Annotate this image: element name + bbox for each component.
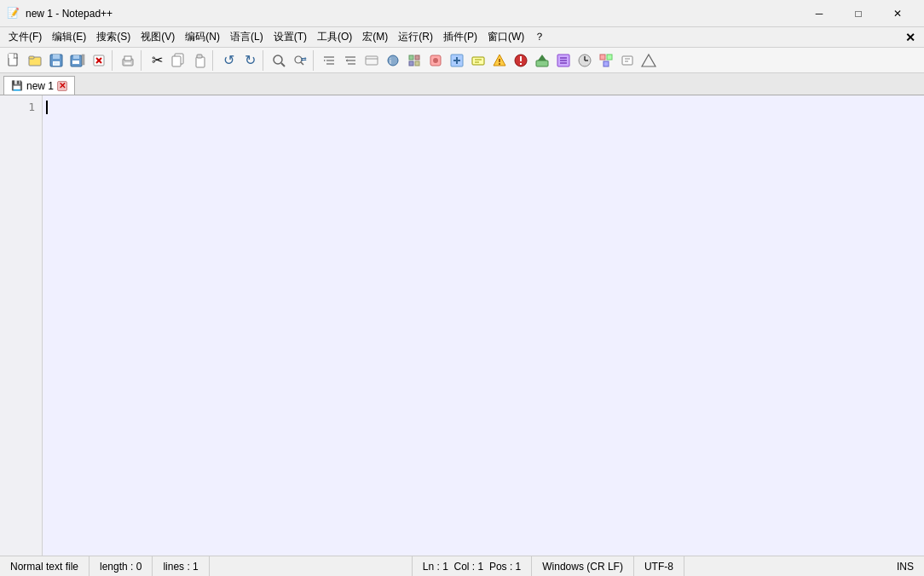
svg-rect-17 (124, 62, 131, 65)
length-label: length : 0 (100, 561, 141, 573)
filetype-label: Normal text file (10, 561, 78, 573)
menu-edit[interactable]: 编辑(E) (47, 28, 91, 46)
menu-language[interactable]: 语言(L) (225, 28, 269, 46)
paste-button[interactable] (189, 50, 210, 71)
tb-generic-14[interactable] (638, 50, 659, 71)
svg-rect-33 (366, 56, 378, 65)
menu-bar: 文件(F) 编辑(E) 搜索(S) 视图(V) 编码(N) 语言(L) 设置(T… (0, 27, 924, 48)
tab-new1[interactable]: 💾 new 1 ✕ (3, 76, 75, 95)
menu-help[interactable]: ？ (529, 28, 550, 46)
redo-button[interactable]: ↻ (240, 50, 260, 71)
toolbar: ✂ ↺ ↻ ⇄ i (0, 48, 924, 73)
svg-rect-1 (9, 54, 14, 58)
editor-area: 1 (0, 95, 924, 556)
svg-point-51 (499, 63, 500, 65)
close-button-tb[interactable] (89, 50, 109, 71)
indent-button[interactable] (319, 50, 339, 71)
tb-generic-13[interactable] (617, 50, 638, 71)
tb-generic-11[interactable] (575, 50, 595, 71)
toolbar-sep-4 (263, 50, 266, 71)
pos-label: Pos : 1 (489, 561, 521, 573)
svg-marker-70 (642, 55, 655, 66)
svg-rect-67 (622, 56, 632, 65)
svg-rect-66 (603, 61, 609, 66)
menu-search[interactable]: 搜索(S) (91, 28, 136, 46)
svg-rect-40 (415, 61, 419, 66)
cursor-line (46, 99, 921, 116)
svg-rect-64 (600, 55, 605, 60)
tab-label: new 1 (26, 80, 54, 92)
col-label: Col : 1 (454, 561, 484, 573)
tab-bar: 💾 new 1 ✕ (0, 73, 924, 95)
menu-window[interactable]: 窗口(W) (482, 28, 529, 46)
undo-button[interactable]: ↺ (218, 50, 239, 71)
menu-encoding[interactable]: 编码(N) (180, 28, 225, 46)
status-bar: Normal text file length : 0 lines : 1 Ln… (0, 556, 924, 576)
print-button[interactable] (118, 50, 138, 71)
svg-rect-3 (29, 56, 34, 59)
minimize-button[interactable]: ─ (800, 0, 839, 27)
svg-rect-7 (54, 62, 59, 65)
outdent-button[interactable] (340, 50, 361, 71)
menu-run[interactable]: 运行(R) (393, 28, 438, 46)
replace-button[interactable]: ⇄ (290, 50, 310, 71)
tb-generic-12[interactable] (596, 50, 616, 71)
tb-generic-3[interactable] (404, 50, 424, 71)
svg-rect-11 (82, 55, 84, 65)
tb-generic-9[interactable] (532, 50, 552, 71)
find-button[interactable] (269, 50, 289, 71)
save-button[interactable] (46, 50, 66, 71)
menu-view[interactable]: 视图(V) (136, 28, 180, 46)
svg-rect-9 (73, 55, 79, 59)
toolbar-sep-5 (313, 50, 316, 71)
svg-rect-21 (197, 55, 202, 58)
line-number-1: 1 (0, 99, 42, 116)
svg-rect-16 (124, 56, 131, 60)
tb-generic-4[interactable] (425, 50, 446, 71)
ln-label: Ln : 1 (423, 561, 448, 573)
editor-content[interactable] (43, 95, 924, 556)
lines-label: lines : 1 (163, 561, 198, 573)
tb-generic-1[interactable] (361, 50, 382, 71)
line-numbers: 1 (0, 95, 43, 556)
eol-label: Windows (CR LF) (542, 561, 623, 573)
close-button[interactable]: ✕ (878, 0, 917, 27)
menu-file[interactable]: 文件(F) (3, 28, 47, 46)
svg-rect-19 (172, 56, 181, 66)
svg-rect-38 (415, 55, 419, 60)
svg-rect-39 (409, 61, 413, 66)
menu-settings[interactable]: 设置(T) (269, 28, 312, 46)
menu-tools[interactable]: 工具(O) (312, 28, 357, 46)
copy-button[interactable] (168, 50, 188, 71)
status-encoding: UTF-8 (634, 556, 684, 576)
title-bar: 📝 new 1 - Notepad++ ─ □ ✕ (0, 0, 924, 27)
tb-generic-10[interactable] (553, 50, 574, 71)
save-all-button[interactable] (67, 50, 88, 71)
cut-button[interactable]: ✂ (147, 50, 167, 71)
svg-rect-5 (53, 55, 60, 59)
tab-save-icon: 💾 (11, 80, 23, 91)
status-length: length : 0 (90, 556, 153, 576)
open-file-button[interactable] (25, 50, 45, 71)
tb-generic-2[interactable]: i (383, 50, 403, 71)
maximize-button[interactable]: □ (839, 0, 878, 27)
status-ins: INS (886, 556, 924, 576)
new-file-button[interactable] (3, 50, 24, 71)
svg-rect-10 (72, 60, 79, 64)
svg-rect-37 (409, 55, 413, 60)
menu-plugins[interactable]: 插件(P) (438, 28, 482, 46)
window-controls: ─ □ ✕ (800, 0, 917, 27)
app-icon: 📝 (7, 7, 20, 20)
tab-close-button[interactable]: ✕ (57, 81, 67, 91)
status-eol: Windows (CR LF) (532, 556, 634, 576)
tb-generic-5[interactable] (447, 50, 467, 71)
tb-generic-6[interactable] (468, 50, 488, 71)
svg-rect-20 (196, 57, 205, 67)
svg-rect-53 (520, 56, 522, 61)
svg-rect-65 (607, 55, 612, 60)
tb-generic-8[interactable] (511, 50, 531, 71)
menu-macro[interactable]: 宏(M) (357, 28, 393, 46)
svg-rect-54 (520, 63, 522, 65)
tb-generic-7[interactable] (489, 50, 510, 71)
menu-close-x[interactable]: ✕ (900, 29, 921, 46)
